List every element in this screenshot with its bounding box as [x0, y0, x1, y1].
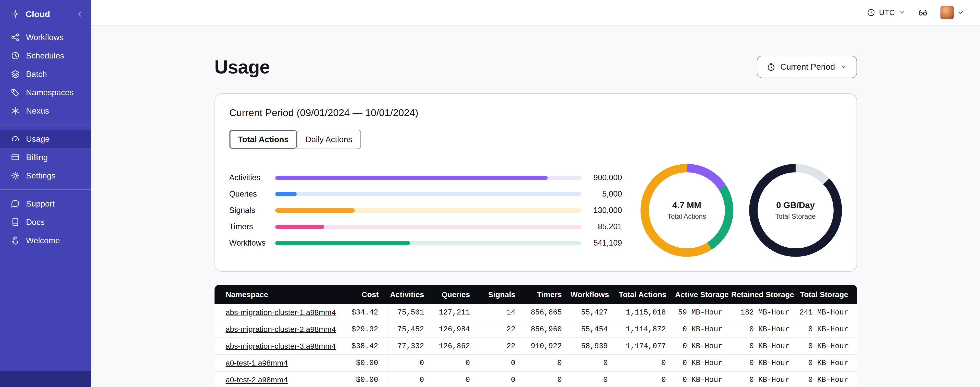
table-cell: 0 KB-Hour	[731, 321, 798, 338]
sidebar-item-usage[interactable]: Usage	[0, 130, 91, 148]
avatar	[940, 6, 954, 19]
timezone-selector[interactable]: UTC	[867, 8, 905, 17]
period-selector-button[interactable]: Current Period	[757, 56, 857, 78]
sidebar-item-docs[interactable]: Docs	[0, 213, 91, 231]
table-cell: 182 MB-Hour	[731, 304, 798, 321]
bar-fill	[275, 241, 410, 245]
sidebar-item-support[interactable]: Support	[0, 195, 91, 213]
table-row: abs-migration-cluster-2.a98mm4$29.3275,4…	[215, 321, 857, 338]
table-cell: 0	[433, 355, 479, 372]
bar-value: 900,000	[581, 173, 622, 182]
table-cell: 0 KB-Hour	[798, 321, 857, 338]
column-header: Cost	[339, 285, 387, 304]
table-cell: 910,922	[524, 338, 571, 355]
column-header: Total Actions	[617, 285, 675, 304]
workflows-icon	[11, 33, 20, 42]
bar-fill	[275, 208, 355, 213]
table-cell: 0	[617, 372, 675, 387]
table-row: a0-test-2.a98mm4$0.000000000 KB-Hour0 KB…	[215, 372, 857, 387]
table-cell: 0	[524, 372, 571, 387]
stopwatch-icon	[767, 62, 776, 72]
table-cell: abs-migration-cluster-2.a98mm4	[215, 321, 339, 338]
sidebar-item-schedules[interactable]: Schedules	[0, 46, 91, 65]
welcome-wave-icon	[11, 236, 20, 245]
table-cell: 0	[387, 372, 433, 387]
collapse-sidebar-button[interactable]	[76, 10, 84, 18]
donut-value: 0 GB/Day	[776, 200, 815, 210]
table-cell: 0 KB-Hour	[675, 372, 731, 387]
table-cell: 856,960	[524, 321, 571, 338]
sidebar-item-namespaces[interactable]: Namespaces	[0, 83, 91, 102]
sidebar-item-label: Welcome	[26, 236, 60, 245]
sidebar-item-label: Batch	[26, 69, 47, 79]
table-cell: 1,115,018	[617, 304, 675, 321]
sidebar-item-nexus[interactable]: Nexus	[0, 102, 91, 120]
table-cell: 75,501	[387, 304, 433, 321]
sidebar-divider	[0, 125, 91, 125]
sidebar-item-billing[interactable]: Billing	[0, 148, 91, 166]
table-cell: 22	[479, 321, 524, 338]
sidebar-item-label: Workflows	[26, 33, 64, 42]
namespace-link[interactable]: abs-migration-cluster-2.a98mm4	[226, 325, 336, 333]
sidebar-item-welcome[interactable]: Welcome	[0, 231, 91, 249]
table-cell: 22	[479, 338, 524, 355]
bar-label: Queries	[229, 189, 275, 198]
namespace-link[interactable]: a0-test-2.a98mm4	[226, 376, 288, 384]
bar-value: 130,000	[581, 206, 622, 215]
bar-track	[275, 241, 581, 245]
donut-label: Total Actions	[668, 213, 706, 221]
table-cell: 126,984	[433, 321, 479, 338]
bar-fill	[275, 192, 297, 196]
table-cell: 0 KB-Hour	[731, 338, 798, 355]
sidebar-item-batch[interactable]: Batch	[0, 65, 91, 83]
table-cell: abs-migration-cluster-3.a98mm4	[215, 338, 339, 355]
timezone-label: UTC	[879, 8, 895, 17]
schedules-icon	[11, 51, 20, 60]
nexus-icon	[11, 106, 20, 115]
sidebar-item-label: Schedules	[26, 51, 64, 61]
bar-row: Workflows 541,109	[229, 235, 622, 251]
sidebar: Cloud Workflows Schedules Batch Namespac…	[0, 0, 91, 387]
donut-value: 4.7 MM	[672, 200, 701, 210]
tab-daily-actions[interactable]: Daily Actions	[297, 130, 360, 149]
table-cell: 0 KB-Hour	[675, 355, 731, 372]
bar-track	[275, 225, 581, 229]
support-icon	[11, 199, 20, 208]
usage-card-title: Current Period (09/01/2024 — 10/01/2024)	[229, 107, 842, 118]
usage-bar-chart: Activities 900,000 Queries 5,000 Signals	[229, 170, 622, 251]
table-cell: 856,865	[524, 304, 571, 321]
bar-value: 541,109	[581, 238, 622, 248]
chevron-down-icon	[957, 9, 964, 16]
namespace-link[interactable]: a0-test-1.a98mm4	[226, 359, 288, 367]
namespace-link[interactable]: abs-migration-cluster-3.a98mm4	[226, 342, 336, 350]
table-cell: 0	[387, 355, 433, 372]
bar-row: Activities 900,000	[229, 170, 622, 186]
table-cell: a0-test-1.a98mm4	[215, 355, 339, 372]
column-header: Signals	[479, 285, 524, 304]
table-cell: 0 KB-Hour	[798, 338, 857, 355]
bar-label: Signals	[229, 206, 275, 215]
table-cell: $29.32	[339, 321, 387, 338]
table-cell: 0	[479, 355, 524, 372]
docs-icon	[11, 217, 20, 227]
sidebar-item-workflows[interactable]: Workflows	[0, 28, 91, 46]
bar-fill	[275, 225, 324, 229]
table-cell: 55,427	[571, 304, 617, 321]
table-cell: 0 KB-Hour	[675, 321, 731, 338]
bar-row: Signals 130,000	[229, 202, 622, 219]
spectacles-icon[interactable]	[918, 7, 928, 18]
namespace-link[interactable]: abs-migration-cluster-1.a98mm4	[226, 308, 336, 317]
period-selector-label: Current Period	[780, 62, 835, 72]
table-cell: 126,862	[433, 338, 479, 355]
table-cell: $0.00	[339, 355, 387, 372]
sidebar-item-settings[interactable]: Settings	[0, 166, 91, 185]
billing-icon	[11, 153, 20, 162]
topbar: UTC	[91, 0, 980, 26]
sidebar-item-label: Support	[26, 199, 54, 209]
column-header: Total Storage	[798, 285, 857, 304]
tab-total-actions[interactable]: Total Actions	[230, 130, 297, 149]
table-cell: 241 MB-Hour	[798, 304, 857, 321]
usage-summary-card: Current Period (09/01/2024 — 10/01/2024)…	[215, 93, 857, 272]
sidebar-divider	[0, 189, 91, 190]
account-menu[interactable]	[940, 6, 964, 19]
